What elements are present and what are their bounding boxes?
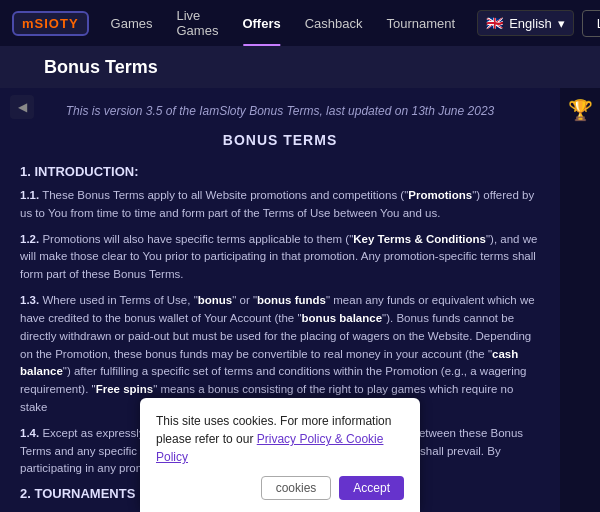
- para-1-1: 1.1. These Bonus Terms apply to all Webs…: [20, 187, 540, 223]
- cookie-banner-actions: cookies Accept: [156, 476, 404, 500]
- nav-offers[interactable]: Offers: [230, 0, 292, 46]
- navigation: Games Live Games Offers Cashback Tournam…: [99, 0, 468, 46]
- trophy-icon: 🏆: [568, 98, 593, 122]
- cookie-policy-link[interactable]: Privacy Policy & Cookie Policy: [156, 432, 383, 464]
- language-label: English: [509, 16, 552, 31]
- page-title: Bonus Terms: [44, 57, 158, 78]
- header-right: 🇬🇧 English ▾ Login: [477, 10, 600, 37]
- section-1-heading: 1. INTRODUCTION:: [20, 164, 540, 179]
- document-heading: BONUS TERMS: [20, 132, 540, 148]
- cookie-banner-text: This site uses cookies. For more informa…: [156, 412, 404, 466]
- header: mSIOTY Games Live Games Offers Cashback …: [0, 0, 600, 46]
- logo: mSIOTY: [12, 11, 89, 36]
- content-area[interactable]: This is version 3.5 of the IamSloty Bonu…: [0, 88, 560, 512]
- cookie-settings-button[interactable]: cookies: [261, 476, 332, 500]
- page-header-bar: ◀ Bonus Terms: [0, 46, 600, 88]
- trophy-sidebar: 🏆: [560, 88, 600, 512]
- document-version: This is version 3.5 of the IamSloty Bonu…: [20, 104, 540, 118]
- cookie-banner: This site uses cookies. For more informa…: [140, 398, 420, 512]
- nav-games[interactable]: Games: [99, 0, 165, 46]
- nav-cashback[interactable]: Cashback: [293, 0, 375, 46]
- sidebar-toggle-button[interactable]: ◀: [10, 95, 34, 119]
- nav-live-games[interactable]: Live Games: [164, 0, 230, 46]
- chevron-down-icon: ▾: [558, 16, 565, 31]
- login-button[interactable]: Login: [582, 10, 600, 37]
- main-content: This is version 3.5 of the IamSloty Bonu…: [0, 88, 600, 512]
- language-selector[interactable]: 🇬🇧 English ▾: [477, 10, 574, 36]
- nav-tournament[interactable]: Tournament: [375, 0, 468, 46]
- flag-icon: 🇬🇧: [486, 15, 503, 31]
- para-1-2: 1.2. Promotions will also have specific …: [20, 231, 540, 284]
- cookie-accept-button[interactable]: Accept: [339, 476, 404, 500]
